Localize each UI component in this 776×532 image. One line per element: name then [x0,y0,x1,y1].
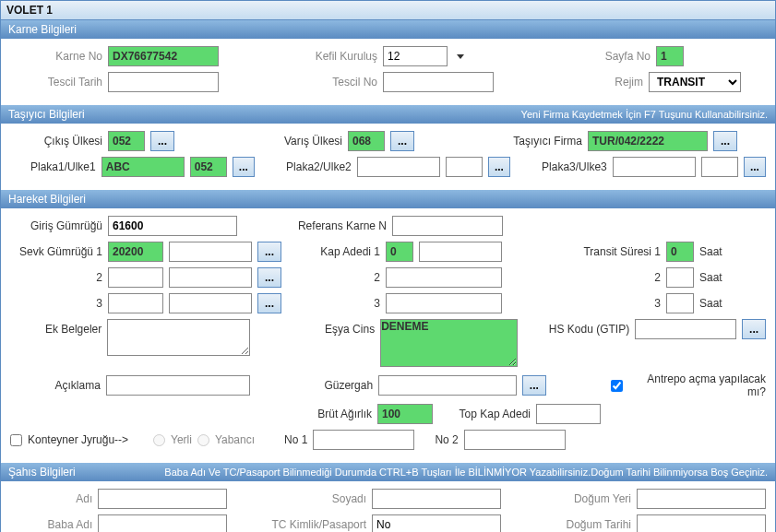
cikis-ulkesi-input[interactable] [108,131,145,151]
sahis-header-label: Şahıs Bilgileri [8,466,76,479]
kefil-kurulus-label: Kefil Kuruluş [285,50,377,63]
plaka2-lookup[interactable]: ... [488,157,510,177]
dogum-tarihi-input[interactable] [637,514,766,532]
karne-no-input[interactable] [108,46,219,66]
baba-adi-input[interactable] [98,514,227,532]
aciklama-label: Açıklama [10,379,101,392]
plaka1-input[interactable] [101,157,185,177]
giris-gumrugu-label: Giriş Gümrüğü [10,219,102,232]
karne-section: Karne No Kefil Kuruluş Sayfa No Tescil T… [1,39,775,105]
hs-kodu-lookup[interactable]: ... [742,319,766,339]
sevk2b-input[interactable] [169,267,252,288]
sevk3b-input[interactable] [169,293,252,313]
transit-suresi-label: Transit Süresi 1 [568,245,661,258]
ek-belgeler-input[interactable] [107,319,250,356]
sevk-gumrugu1b-input[interactable] [169,242,252,262]
transit2-input[interactable] [666,267,694,288]
hareket-section-header: Hareket Bilgileri [1,190,775,208]
dogum-yeri-input[interactable] [637,489,766,509]
yabanci-label: Yabancı [215,433,255,446]
sevk2-lookup[interactable]: ... [257,267,281,288]
plaka2-label: Plaka2/Ulke2 [274,160,351,173]
tasiyici-firma-input[interactable] [588,131,708,151]
plaka3-lookup[interactable]: ... [744,157,766,177]
tescil-no-input[interactable] [383,72,494,92]
cikis-ulkesi-lookup[interactable]: ... [150,131,174,151]
soyadi-input[interactable] [372,489,501,509]
no2-input[interactable] [464,430,566,450]
plaka3-input[interactable] [613,157,696,177]
saat-label3: Saat [699,297,722,310]
kap-adedi-label: Kap Adedi 1 [297,245,380,258]
yabanci-radio[interactable] [197,434,209,446]
sevk3-lookup[interactable]: ... [257,293,281,313]
konteyner-checkbox[interactable] [10,434,22,446]
guzergah-lookup[interactable]: ... [522,375,545,396]
sevk3a-input[interactable] [108,293,163,313]
sevk-gumrugu1a-input[interactable] [108,242,163,262]
kap2-input[interactable] [386,267,502,288]
antrepo-label: Antrepo açma yapılacak mı? [628,372,766,398]
plaka1-ulke-input[interactable] [190,157,227,177]
volet-window: VOLET 1 Karne Bilgileri Karne No Kefil K… [0,0,776,532]
tasiyici-hint: Yeni Firma Kaydetmek İçin F7 Tuşunu Kull… [521,109,768,120]
top-kap-adedi-label: Top Kap Adedi [438,408,531,420]
esya-cins-input[interactable] [380,319,518,367]
rejim-select[interactable]: TRANSIT [649,72,741,92]
sahis-hint: Baba Adı Ve TC/Pasaport Bilinmediği Duru… [164,467,768,478]
no1-label: No 1 [284,433,307,446]
soyadi-label: Soyadı [257,492,366,505]
guzergah-input[interactable] [378,375,517,396]
esya-cins-label: Eşya Cins [292,319,375,336]
transit-row2-label: 2 [568,271,661,284]
plaka2-ulke-input[interactable] [446,157,483,177]
tc-input[interactable] [372,514,501,532]
tescil-tarih-label: Tescil Tarih [10,76,102,89]
sevk1-lookup[interactable]: ... [257,242,281,262]
cikis-ulkesi-label: Çıkış Ülkesi [10,135,102,148]
karne-header-label: Karne Bilgileri [8,23,77,36]
no2-label: No 2 [435,433,458,446]
no1-input[interactable] [313,430,414,450]
tescil-tarih-input[interactable] [108,72,219,92]
hareket-section: Giriş Gümrüğü Referans Karne N Sevk Gümr… [1,208,775,463]
dropdown-icon[interactable] [453,50,464,63]
sevk2a-input[interactable] [108,267,163,288]
plaka3-ulke-input[interactable] [701,157,738,177]
tasiyici-section-header: Taşıyıcı Bilgileri Yeni Firma Kaydetmek … [1,105,775,124]
top-kap-adedi-input[interactable] [536,404,601,424]
tescil-no-label: Tescil No [285,76,377,89]
karne-no-label: Karne No [10,50,102,63]
window-title: VOLET 1 [1,1,775,20]
sayfa-no-input[interactable] [656,46,684,66]
hareket-header-label: Hareket Bilgileri [8,193,86,206]
aciklama-input[interactable] [106,375,250,396]
antrepo-checkbox[interactable] [611,380,623,392]
sayfa-no-label: Sayfa No [577,50,651,63]
kap3-input[interactable] [386,293,502,313]
adi-input[interactable] [98,489,227,509]
referans-karne-label: Referans Karne N [285,219,387,232]
hs-kodu-input[interactable] [635,319,736,339]
ek-belgeler-label: Ek Belgeler [10,319,101,336]
kefil-kurulus-input[interactable] [383,46,448,66]
transit3-input[interactable] [666,293,694,313]
tasiyici-firma-lookup[interactable]: ... [713,131,737,151]
yerli-radio[interactable] [153,434,165,446]
yerli-label: Yerli [171,433,192,446]
transit-row3-label: 3 [568,297,661,310]
transit-suresi1-input[interactable] [666,242,694,262]
brut-agirlik-input[interactable] [377,404,433,424]
giris-gumrugu-input[interactable] [108,216,237,236]
kap-adedi1-input[interactable] [386,242,413,262]
plaka1-lookup[interactable]: ... [233,157,255,177]
plaka3-label: Plaka3/Ulke3 [530,160,606,173]
kap-adedi1b-input[interactable] [419,242,502,262]
varis-ulkesi-input[interactable] [348,131,385,151]
referans-karne-input[interactable] [392,216,503,236]
kap-row2-label: 2 [297,271,380,284]
saat-label2: Saat [699,271,722,284]
varis-ulkesi-lookup[interactable]: ... [390,131,414,151]
karne-section-header: Karne Bilgileri [1,20,775,39]
plaka2-input[interactable] [357,157,440,177]
